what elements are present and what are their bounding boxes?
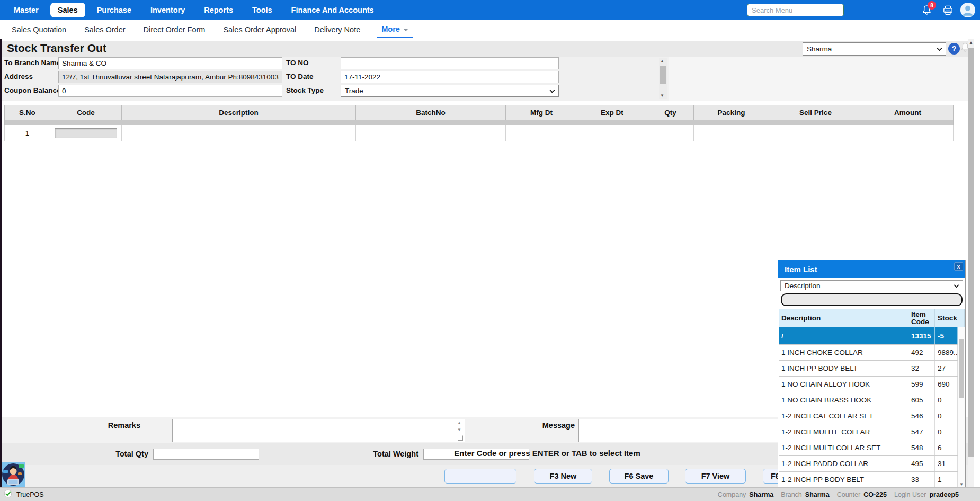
f7-view-button[interactable]: F7 View — [685, 469, 746, 484]
cell-packing[interactable] — [694, 125, 769, 141]
login-user-value: pradeep5 — [929, 491, 959, 498]
item-description: 1-2 INCH PADDD COLLAR — [779, 456, 908, 471]
blank-action-button[interactable] — [444, 469, 516, 484]
list-item[interactable]: 1 NO CHAIN ALLOY HOOK 599 690 — [779, 377, 965, 392]
cell-sell-price[interactable] — [769, 125, 862, 141]
list-item[interactable]: 1-2 INCH PADDD COLLAR 495 31 — [779, 456, 965, 472]
item-description: 1 INCH PP BODY BELT — [779, 361, 908, 376]
cell-mfg-dt[interactable] — [506, 125, 577, 141]
company-select[interactable]: Sharma — [803, 42, 946, 56]
item-stock: 9889... — [935, 345, 958, 360]
nav-item-reports[interactable]: Reports — [197, 3, 240, 17]
subnav-more[interactable]: More — [377, 21, 413, 38]
scroll-down-icon[interactable]: ▼ — [958, 482, 965, 487]
item-search-input[interactable] — [781, 293, 963, 306]
entry-hint-text: Enter Code or press ENTER or TAB to sele… — [415, 449, 680, 458]
item-list-title: Item List — [778, 265, 817, 274]
stock-type-label: Stock Type — [286, 86, 324, 94]
subnav-sales-order-approval[interactable]: Sales Order Approval — [222, 21, 297, 39]
col-header-mfg-dt: Mfg Dt — [506, 105, 577, 120]
user-avatar[interactable] — [960, 2, 976, 18]
scroll-up-icon[interactable]: ▲ — [659, 59, 665, 64]
item-code: 32 — [908, 361, 935, 376]
code-entry-field[interactable] — [55, 128, 117, 138]
list-item[interactable]: 1 INCH CHOKE COLLAR 492 9889... — [779, 345, 965, 361]
check-icon — [4, 489, 12, 500]
status-left: TruePOS — [0, 489, 44, 500]
help-button[interactable]: ? — [948, 43, 960, 55]
subnav-direct-order-form[interactable]: Direct Order Form — [142, 21, 207, 39]
page-title: Stock Transfer Out — [7, 42, 106, 55]
to-no-input[interactable] — [341, 57, 559, 69]
col-header-description: Description — [122, 105, 356, 120]
nav-item-inventory[interactable]: Inventory — [143, 3, 192, 17]
item-filter-select[interactable]: Description — [780, 280, 963, 291]
company-select-value: Sharma — [807, 45, 832, 53]
notifications-button[interactable]: 8 — [921, 4, 933, 17]
item-description: / — [779, 327, 908, 344]
list-item[interactable]: 1-2 INCH MULITE COLLAR 547 0 — [779, 424, 965, 440]
grid-separator-strip — [4, 120, 954, 125]
list-item[interactable]: 1-2 INCH MULTI COLLAR SET 548 6 — [779, 440, 965, 456]
remarks-textarea[interactable] — [172, 419, 465, 442]
nav-item-tools[interactable]: Tools — [245, 3, 280, 17]
login-user-label: Login User — [894, 491, 926, 498]
list-item[interactable]: 1 INCH PP BODY BELT 32 27 — [779, 361, 965, 377]
scroll-down-icon: ▼ — [457, 428, 461, 432]
col-header-amount: Amount — [862, 105, 954, 120]
item-list-scrollbar[interactable]: ▼ — [958, 327, 965, 488]
list-item[interactable]: 1-2 INCH PP BODY BELT 33 1 — [779, 472, 965, 488]
item-description: 1-2 INCH CAT COLLAR SET — [779, 408, 908, 424]
scrollbar-thumb[interactable] — [959, 339, 964, 398]
scrollbar-thumb[interactable] — [968, 48, 974, 457]
total-qty-input[interactable] — [153, 449, 259, 460]
f3-new-button[interactable]: F3 New — [534, 469, 592, 484]
support-chat-avatar[interactable] — [2, 462, 25, 487]
nav-item-purchase[interactable]: Purchase — [90, 3, 139, 17]
table-row: 1 — [4, 125, 954, 141]
item-list-header: Item List — [778, 260, 965, 278]
item-stock: 0 — [935, 392, 958, 408]
list-item[interactable]: / 13315 -5 — [779, 327, 965, 345]
cell-batchno[interactable] — [356, 125, 506, 141]
close-icon[interactable]: x — [954, 262, 963, 271]
stock-type-select[interactable]: Trade — [341, 85, 559, 97]
cell-code[interactable] — [50, 125, 122, 141]
subnav-more-label: More — [381, 25, 400, 33]
to-date-input[interactable] — [341, 71, 559, 83]
list-item[interactable]: 1 NO CHAIN BRASS HOOK 605 0 — [779, 392, 965, 408]
scrollbar-thumb[interactable] — [660, 66, 666, 84]
coupon-balance-input[interactable] — [58, 85, 282, 97]
to-branch-name-label: To Branch Name — [4, 59, 60, 67]
counter-label: Counter — [837, 491, 860, 498]
col-header-sell-price: Sell Price — [769, 105, 862, 120]
col-header-item-stock: Stock — [935, 309, 965, 327]
nav-item-master[interactable]: Master — [6, 3, 46, 17]
print-button[interactable] — [942, 4, 955, 17]
nav-item-finance[interactable]: Finance And Accounts — [284, 3, 381, 17]
scroll-up-icon[interactable]: ▲ — [968, 40, 974, 45]
form-scrollbar[interactable]: ▲ ▼ — [659, 58, 667, 99]
item-code: 599 — [908, 377, 935, 392]
item-description: 1 NO CHAIN BRASS HOOK — [779, 392, 908, 408]
list-item[interactable]: 1-2 INCH CAT COLLAR SET 546 0 — [779, 408, 965, 424]
items-grid-header: S.No Code Description BatchNo Mfg Dt Exp… — [4, 105, 954, 120]
cell-amount[interactable] — [862, 125, 954, 141]
item-code: 605 — [908, 392, 935, 408]
search-menu-input[interactable] — [747, 4, 844, 16]
to-branch-name-input[interactable] — [58, 57, 282, 69]
page-scrollbar[interactable]: ▲ ▼ — [968, 39, 974, 501]
total-weight-label: Total Weight — [335, 450, 418, 458]
nav-item-sales[interactable]: Sales — [50, 3, 85, 17]
col-header-exp-dt: Exp Dt — [577, 105, 647, 120]
subnav-sales-quotation[interactable]: Sales Quotation — [11, 21, 67, 39]
scroll-down-icon[interactable]: ▼ — [659, 93, 665, 98]
subnav-delivery-note[interactable]: Delivery Note — [313, 21, 361, 39]
cell-qty[interactable] — [647, 125, 694, 141]
address-input — [58, 71, 282, 83]
cell-description[interactable] — [122, 125, 356, 141]
item-description: 1-2 INCH MULITE COLLAR — [779, 424, 908, 440]
subnav-sales-order[interactable]: Sales Order — [83, 21, 126, 39]
f6-save-button[interactable]: F6 Save — [609, 469, 669, 484]
cell-exp-dt[interactable] — [577, 125, 647, 141]
